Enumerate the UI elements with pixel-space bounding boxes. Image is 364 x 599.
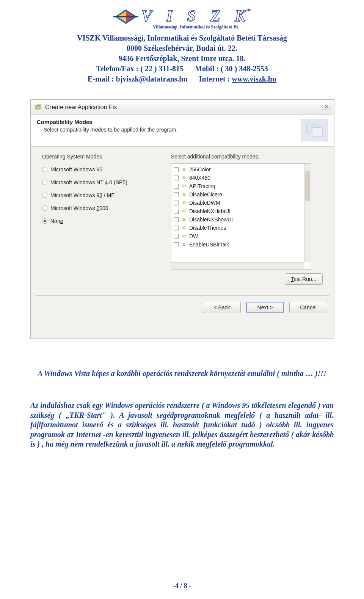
internet-label: Internet : xyxy=(199,75,232,83)
radio-label: Microsoft Windows 95 xyxy=(50,166,102,172)
header-logo-row: V I S Z K ® Villamossági, Informatikai é… xyxy=(30,7,334,30)
list-item-label: EnableUSBirTalk xyxy=(189,241,229,248)
list-item[interactable]: ⚙640X480 xyxy=(172,174,310,182)
header-address-block: VISZK Villamossági, Informatikai és Szol… xyxy=(30,33,334,84)
radio-icon xyxy=(42,193,47,198)
list-item-label: DisableNXShowUI xyxy=(189,216,233,223)
additional-modes-label: Select additional compatibility modes: xyxy=(171,154,323,160)
radio-icon xyxy=(42,180,47,185)
checkbox-icon xyxy=(174,167,179,172)
close-icon: ✕ xyxy=(325,104,328,109)
gear-icon: ⚙ xyxy=(181,225,187,231)
list-item-label: DisableCicero xyxy=(189,191,222,198)
address-line-2: 9436 Fertőszéplak, Szent Imre utca. 18. xyxy=(30,53,334,64)
radio-icon xyxy=(42,205,47,211)
additional-modes-panel: Select additional compatibility modes: ⚙… xyxy=(171,154,323,270)
radio-icon xyxy=(42,167,47,172)
radio-label: None xyxy=(50,218,63,224)
mobile-label: Mobil : ( 30 ) 348-2553 xyxy=(195,64,268,73)
brand-block: V I S Z K ® Villamossági, Informatikai é… xyxy=(141,7,251,30)
list-item-label: 640X480 xyxy=(189,175,210,181)
radio-label: Microsoft Windows 98 / ME xyxy=(50,192,115,198)
dialog-window: Create new Application Fix ✕ Compatibili… xyxy=(30,99,334,339)
dialog-section-title: Compatibility Modes xyxy=(37,119,301,125)
checkbox-icon xyxy=(174,201,179,205)
radio-win98me[interactable]: Microsoft Windows 98 / ME xyxy=(42,192,171,198)
list-item-label: DisableNXHideUI xyxy=(189,208,231,214)
gear-icon: ⚙ xyxy=(181,233,187,239)
gear-icon: ⚙ xyxy=(181,200,187,206)
close-button[interactable]: ✕ xyxy=(322,103,331,110)
list-item-label: DisableThemes xyxy=(189,225,226,231)
company-logo-icon xyxy=(113,7,138,27)
list-item[interactable]: ⚙DisableNXHideUI xyxy=(172,207,310,215)
radio-win95[interactable]: Microsoft Windows 95 xyxy=(42,166,171,172)
dialog-titlebar: Create new Application Fix ✕ xyxy=(31,100,334,115)
list-item[interactable]: ⚙EnableUSBirTalk xyxy=(172,240,310,249)
page-number: -4 / 8 - xyxy=(0,582,364,590)
list-item[interactable]: ⚙DisableThemes xyxy=(172,224,310,232)
document-body: A Windows Vista képes a korábbi operáció… xyxy=(30,369,334,449)
gear-icon: ⚙ xyxy=(181,208,187,214)
gear-icon: ⚙ xyxy=(181,183,187,189)
checkbox-icon xyxy=(174,226,179,231)
gear-icon: ⚙ xyxy=(181,241,187,248)
list-item-label: DW xyxy=(189,233,198,239)
horizontal-scrollbar[interactable] xyxy=(171,262,304,269)
list-item[interactable]: ⚙DisableDWM xyxy=(172,199,310,207)
radio-win2000[interactable]: Microsoft Windows 2000 xyxy=(42,205,171,211)
gear-icon: ⚙ xyxy=(181,191,187,198)
os-modes-label: Operating System Modes xyxy=(42,154,171,160)
phone-label: Telefon/Fax : ( 22 ) 311-815 xyxy=(96,64,184,73)
list-item[interactable]: ⚙DW xyxy=(172,232,310,240)
gear-icon: ⚙ xyxy=(181,216,187,223)
startup-paragraph: Az induláshoz csak egy Windows operációs… xyxy=(30,401,334,449)
dialog-body: Operating System Modes Microsoft Windows… xyxy=(31,147,334,270)
list-item-label: DisableDWM xyxy=(189,200,220,206)
radio-label: Microsoft Windows NT 4.0 (SP5) xyxy=(50,179,127,185)
list-item[interactable]: ⚙DisableNXShowUI xyxy=(172,215,310,224)
checkbox-icon xyxy=(174,192,179,197)
svg-rect-6 xyxy=(312,128,323,137)
checkbox-icon xyxy=(174,209,179,214)
registered-mark: ® xyxy=(247,7,251,13)
gear-icon: ⚙ xyxy=(181,166,187,172)
company-full-name: VISZK Villamossági, Informatikai és Szol… xyxy=(30,33,334,43)
os-modes-panel: Operating System Modes Microsoft Windows… xyxy=(42,154,171,270)
brand-subtitle: Villamossági, Informatikai és Szolgáltat… xyxy=(141,24,251,30)
address-line-1: 8000 Székesfehérvár, Budai út. 22. xyxy=(30,43,334,53)
brand-name: V I S Z K xyxy=(141,7,251,25)
test-run-button[interactable]: Test Run... xyxy=(285,273,323,285)
radio-label: Microsoft Windows 2000 xyxy=(50,205,108,211)
dialog-header-panel: Compatibility Modes Select compatibility… xyxy=(31,115,334,147)
list-item[interactable]: ⚙APITracing xyxy=(172,182,310,190)
vertical-scrollbar[interactable] xyxy=(304,164,311,262)
radio-icon xyxy=(42,218,47,224)
checkbox-icon xyxy=(174,217,179,222)
checkbox-icon xyxy=(174,184,179,189)
app-fix-icon xyxy=(35,103,42,111)
checkbox-icon xyxy=(174,176,179,180)
emulation-note: A Windows Vista képes a korábbi operáció… xyxy=(30,369,334,378)
cancel-button[interactable]: Cancel xyxy=(289,302,327,313)
list-item-label: 256Color xyxy=(189,166,211,172)
list-item[interactable]: ⚙256Color xyxy=(172,165,310,174)
wizard-button-row: < Back Next > Cancel xyxy=(31,296,334,313)
gear-icon: ⚙ xyxy=(181,175,187,181)
list-item[interactable]: ⚙DisableCicero xyxy=(172,190,310,199)
next-button[interactable]: Next > xyxy=(246,302,284,313)
wizard-banner-icon xyxy=(301,119,328,141)
additional-modes-listbox[interactable]: ⚙256Color ⚙640X480 ⚙APITracing ⚙DisableC… xyxy=(171,163,311,270)
checkbox-icon xyxy=(174,234,179,239)
internet-link[interactable]: www.viszk.hu xyxy=(232,75,276,83)
checkbox-icon xyxy=(174,242,179,247)
radio-none[interactable]: None xyxy=(42,218,171,224)
radio-winnt4[interactable]: Microsoft Windows NT 4.0 (SP5) xyxy=(42,179,171,185)
dialog-section-subtitle: Select compatibility modes to be applied… xyxy=(44,127,301,133)
list-item-label: APITracing xyxy=(189,183,215,189)
svg-rect-4 xyxy=(36,105,40,109)
back-button[interactable]: < Back xyxy=(203,302,241,313)
dialog-title: Create new Application Fix xyxy=(45,104,117,111)
email-label: E-mail : bjviszk@datatrans.hu xyxy=(88,75,188,83)
